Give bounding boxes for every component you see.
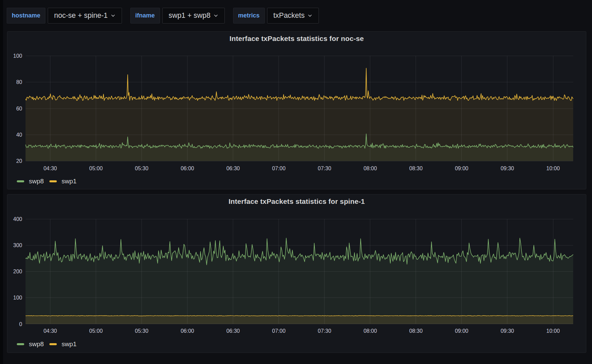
svg-text:06:00: 06:00 xyxy=(181,328,194,334)
svg-text:09:30: 09:30 xyxy=(501,166,514,171)
svg-text:09:00: 09:00 xyxy=(455,328,468,334)
svg-text:60: 60 xyxy=(16,105,22,111)
svg-text:07:00: 07:00 xyxy=(272,166,286,171)
svg-text:10:00: 10:00 xyxy=(546,166,560,171)
svg-text:10:00: 10:00 xyxy=(546,328,560,334)
svg-text:04:30: 04:30 xyxy=(43,166,57,171)
svg-text:300: 300 xyxy=(13,242,22,248)
svg-text:09:00: 09:00 xyxy=(455,166,468,171)
svg-text:40: 40 xyxy=(16,132,22,137)
svg-text:06:00: 06:00 xyxy=(181,166,194,171)
svg-text:05:00: 05:00 xyxy=(89,166,103,171)
svg-text:06:30: 06:30 xyxy=(226,328,240,334)
svg-text:07:30: 07:30 xyxy=(318,328,331,334)
svg-text:06:30: 06:30 xyxy=(226,166,240,171)
svg-text:05:30: 05:30 xyxy=(135,166,149,171)
svg-text:09:30: 09:30 xyxy=(501,328,514,334)
svg-text:08:00: 08:00 xyxy=(364,166,377,171)
svg-text:08:30: 08:30 xyxy=(409,328,423,334)
svg-text:08:00: 08:00 xyxy=(364,328,377,334)
svg-text:400: 400 xyxy=(13,216,22,222)
svg-text:07:30: 07:30 xyxy=(318,166,331,171)
svg-text:0: 0 xyxy=(19,321,22,327)
svg-text:08:30: 08:30 xyxy=(409,166,423,171)
svg-text:07:00: 07:00 xyxy=(272,328,286,334)
svg-text:04:30: 04:30 xyxy=(43,328,57,334)
svg-text:20: 20 xyxy=(16,158,22,164)
svg-text:80: 80 xyxy=(16,79,22,85)
svg-text:05:00: 05:00 xyxy=(89,328,103,334)
svg-text:100: 100 xyxy=(13,53,22,59)
svg-text:200: 200 xyxy=(13,269,22,274)
svg-text:05:30: 05:30 xyxy=(135,328,149,334)
svg-text:100: 100 xyxy=(13,295,22,301)
